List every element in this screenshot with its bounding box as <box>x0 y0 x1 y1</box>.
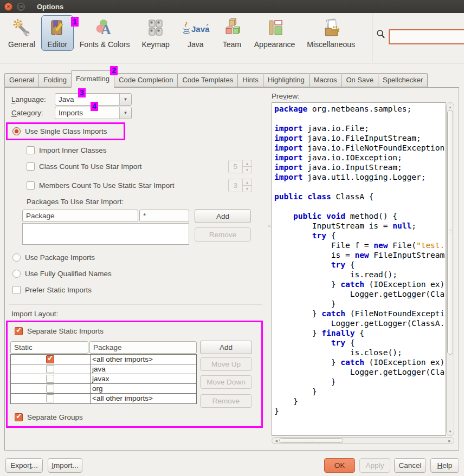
layout-remove-button[interactable]: Remove <box>200 394 252 408</box>
move-up-button[interactable]: Move Up <box>200 357 252 371</box>
package-cell[interactable]: javax <box>91 374 196 383</box>
static-cell-checkbox[interactable] <box>46 375 54 383</box>
split-divider[interactable]: ≡ <box>267 88 271 450</box>
annotation-badge-2: 2 <box>110 66 118 75</box>
toolbar-item-miscellaneous[interactable]: Miscellaneous <box>301 15 361 51</box>
close-window-icon[interactable]: × <box>4 3 12 11</box>
options-dialog: × Options General 1 <box>0 0 464 476</box>
import-button[interactable]: Import... <box>48 458 82 473</box>
import-layout-table[interactable]: <all other imports>javajavaxorg<all othe… <box>10 354 197 404</box>
dialog-footer: Export... Import... OK Apply Cancel Help <box>0 449 464 476</box>
maximize-window-icon[interactable] <box>17 3 25 11</box>
java-logo-icon: Java <box>182 18 210 38</box>
help-button[interactable]: Help <box>430 458 459 473</box>
preview-horizontal-scrollbar[interactable]: ◀ ▶ <box>272 437 454 444</box>
search-input[interactable] <box>389 29 464 44</box>
prefer-static-imports-label: Prefer Static Imports <box>25 286 92 294</box>
package-column-header[interactable]: Package <box>89 341 197 354</box>
separate-groups-checkbox[interactable] <box>15 413 23 421</box>
spinner-up-icon[interactable]: ▲ <box>243 179 252 185</box>
toolbar-item-label: Java <box>188 40 204 49</box>
tab-general[interactable]: General <box>4 73 39 87</box>
toolbar-item-general[interactable]: General <box>2 15 41 51</box>
use-fully-qualified-names-label: Use Fully Qualified Names <box>25 270 112 278</box>
import-inner-classes-label: Import Inner Classes <box>39 146 107 154</box>
tab-code-completion[interactable]: Code Completion <box>114 73 178 87</box>
packages-add-button[interactable]: Add <box>195 209 251 223</box>
move-down-button[interactable]: Move Down <box>200 375 252 389</box>
tab-macros[interactable]: Macros <box>309 73 342 87</box>
scroll-down-icon[interactable]: ▼ <box>447 428 454 435</box>
table-row[interactable]: <all other imports> <box>11 394 196 403</box>
import-inner-classes-checkbox[interactable] <box>27 146 35 154</box>
use-package-imports-radio[interactable] <box>12 253 21 262</box>
section-separator <box>9 304 262 305</box>
package-cell[interactable]: <all other imports> <box>91 355 196 364</box>
members-count-checkbox[interactable] <box>27 181 35 190</box>
package-cell[interactable]: <all other imports> <box>91 394 196 403</box>
book-pencil-icon <box>47 18 68 38</box>
table-row[interactable]: <all other imports> <box>11 355 196 364</box>
spinner-down-icon[interactable]: ▼ <box>243 185 252 192</box>
titlebar: × Options <box>0 0 464 13</box>
ok-button[interactable]: OK <box>324 458 355 473</box>
tab-hints[interactable]: Hints <box>237 73 263 87</box>
tab-on-save[interactable]: On Save <box>341 73 378 87</box>
package-column-header[interactable]: Package <box>22 210 138 222</box>
annotation-badge-4: 4 <box>91 102 98 111</box>
toolbar-item-label: Appearance <box>254 40 295 49</box>
tab-formatting[interactable]: Formatting2 <box>71 70 114 88</box>
toolbar-item-editor[interactable]: 1 Editor <box>41 15 74 51</box>
class-count-value: 5 <box>228 160 243 173</box>
toolbar-item-fonts-colors[interactable]: A Fonts & Colors <box>74 15 136 51</box>
files-gear-icon <box>321 18 341 38</box>
apply-button[interactable]: Apply <box>359 458 390 473</box>
members-count-spinner[interactable]: 3 ▲▼ <box>228 179 252 192</box>
separate-static-imports-label: Separate Static Imports <box>27 327 104 335</box>
spinner-up-icon[interactable]: ▲ <box>243 160 252 166</box>
scrollbar-thumb[interactable] <box>279 438 343 443</box>
static-cell-checkbox[interactable] <box>46 365 54 373</box>
layout-add-button[interactable]: Add <box>200 341 252 354</box>
packages-remove-button[interactable]: Remove <box>195 227 251 242</box>
use-single-class-imports-radio[interactable] <box>12 127 21 135</box>
chevron-down-icon[interactable]: ▼ <box>119 107 131 119</box>
toolbar-item-label: Keymap <box>141 40 169 49</box>
package-cell[interactable]: java <box>91 364 196 374</box>
use-fully-qualified-names-radio[interactable] <box>12 270 21 278</box>
preview-code-area: package org.netbeans.samples; import jav… <box>272 102 446 436</box>
spinner-down-icon[interactable]: ▼ <box>243 166 252 173</box>
tab-highlighting[interactable]: Highlighting <box>263 73 310 87</box>
star-column-header[interactable]: * <box>139 210 189 222</box>
class-count-spinner[interactable]: 5 ▲▼ <box>228 160 252 173</box>
chevron-down-icon[interactable]: ▼ <box>119 94 131 105</box>
toolbar-item-java[interactable]: Java Java <box>176 15 216 51</box>
static-column-header[interactable]: Static <box>10 341 88 354</box>
svg-text:Java: Java <box>191 24 210 34</box>
class-count-checkbox[interactable] <box>27 162 35 171</box>
preview-vertical-scrollbar[interactable]: ▲ ▼ <box>446 102 454 436</box>
cancel-button[interactable]: Cancel <box>394 458 426 473</box>
scroll-right-icon[interactable]: ▶ <box>446 438 453 444</box>
prefer-static-imports-checkbox[interactable] <box>12 286 21 294</box>
tab-folding[interactable]: Folding <box>38 73 72 87</box>
table-row[interactable]: javax <box>11 374 196 384</box>
table-row[interactable]: org <box>11 384 196 394</box>
layout-panels-icon <box>265 18 285 38</box>
toolbar-item-keymap[interactable]: Keymap <box>136 15 175 51</box>
package-cell[interactable]: org <box>91 384 196 393</box>
tab-spellchecker[interactable]: Spellchecker <box>378 73 428 87</box>
table-row[interactable]: java <box>11 364 196 374</box>
toolbar-item-appearance[interactable]: Appearance <box>248 15 301 51</box>
export-button[interactable]: Export... <box>5 458 43 473</box>
static-cell-checkbox[interactable] <box>46 355 54 363</box>
static-cell-checkbox[interactable] <box>46 394 54 402</box>
use-single-class-imports-label: Use Single Class Imports <box>25 127 107 135</box>
static-cell-checkbox[interactable] <box>46 384 54 393</box>
separate-static-imports-checkbox[interactable] <box>15 327 23 335</box>
tab-code-templates[interactable]: Code Templates <box>177 73 238 87</box>
toolbar-item-team[interactable]: Team <box>216 15 248 51</box>
packages-star-list[interactable] <box>22 223 189 245</box>
separate-groups-label: Separate Groups <box>27 413 83 421</box>
scrollbar-thumb[interactable] <box>447 110 453 355</box>
